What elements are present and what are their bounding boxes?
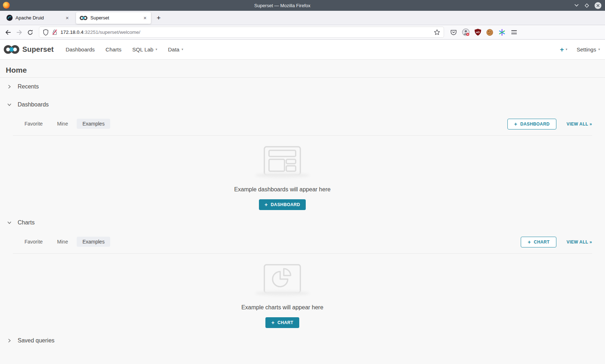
recents-section: Recents — [0, 78, 605, 96]
tab-examples[interactable]: Examples — [77, 119, 110, 129]
dashboards-controls: Favorite Mine Examples + DASHBOARD VIEW … — [13, 114, 592, 135]
url-bar[interactable]: 172.18.0.4:32251/superset/welcome/ — [39, 27, 444, 37]
window-title: Superset — Mozilla Firefox — [0, 3, 565, 8]
window-titlebar: Superset — Mozilla Firefox — [0, 0, 605, 11]
dashboards-section-header[interactable]: Dashboards — [0, 96, 605, 114]
create-dashboard-button[interactable]: + DASHBOARD — [507, 119, 557, 129]
dashboards-tabs: Favorite Mine Examples — [13, 119, 113, 129]
superset-infinity-icon — [4, 45, 19, 54]
tab-title: Apache Druid — [15, 15, 65, 21]
url-text: 172.18.0.4:32251/superset/welcome/ — [60, 29, 434, 35]
section-title: Recents — [18, 83, 39, 90]
nav-item-charts[interactable]: Charts — [100, 46, 127, 53]
ublock-origin-icon[interactable]: uO — [475, 29, 481, 36]
url-host: 172.18.0.4 — [60, 29, 84, 35]
pocket-icon[interactable] — [450, 29, 457, 36]
shield-icon[interactable] — [43, 29, 49, 36]
chevron-right-icon — [7, 85, 12, 89]
chevron-down-icon: ▾ — [182, 48, 183, 51]
browser-tab-superset[interactable]: Superset × — [76, 12, 151, 24]
forward-icon[interactable] — [16, 29, 22, 35]
plus-icon: + — [560, 46, 564, 53]
nav-item-label: Data — [168, 46, 179, 53]
charts-view-all-link[interactable]: VIEW ALL » — [566, 240, 592, 245]
chart-placeholder-icon — [264, 264, 301, 294]
brand-name: Superset — [22, 45, 54, 54]
plus-icon: + — [514, 121, 517, 127]
chevron-down-icon: ▾ — [156, 48, 157, 51]
tab-close-icon[interactable]: × — [143, 15, 147, 21]
section-title: Dashboards — [18, 101, 49, 108]
reload-icon[interactable] — [27, 29, 33, 35]
recents-section-header[interactable]: Recents — [0, 78, 605, 96]
svg-text:uO: uO — [476, 31, 480, 34]
saved-queries-section: Saved queries — [0, 332, 605, 350]
page-title: Home — [0, 60, 605, 77]
close-icon[interactable] — [595, 2, 601, 9]
chevron-down-icon — [7, 220, 12, 225]
nav-item-label: Dashboards — [66, 46, 95, 53]
charts-section: Charts Favorite Mine Examples + CHART VI… — [0, 214, 605, 332]
settings-label: Settings — [577, 46, 596, 53]
window-controls — [565, 2, 605, 9]
create-chart-button[interactable]: + CHART — [521, 237, 556, 247]
back-icon[interactable] — [5, 29, 11, 35]
new-item-button[interactable]: + ▾ — [560, 46, 568, 53]
bookmark-star-icon[interactable] — [434, 29, 440, 35]
cookie-icon[interactable] — [486, 29, 493, 36]
section-title: Saved queries — [18, 337, 54, 344]
tab-mine[interactable]: Mine — [51, 119, 74, 129]
firefox-icon — [3, 2, 10, 9]
plus-icon: + — [271, 320, 274, 325]
welcome-page: Home Recents Dashboards Favorite Mine Ex… — [0, 60, 605, 364]
plus-icon: + — [265, 202, 268, 207]
dashboard-placeholder-icon — [264, 146, 301, 176]
new-tab-button[interactable]: + — [154, 14, 163, 22]
plus-icon: + — [528, 239, 531, 245]
browser-toolbar: 172.18.0.4:32251/superset/welcome/ uO — [0, 25, 605, 40]
charts-empty-state: Example charts will appear here + CHART — [0, 254, 565, 332]
icon-shadow — [255, 173, 309, 178]
tab-favorite[interactable]: Favorite — [19, 237, 49, 247]
chevron-down-icon: ▾ — [598, 48, 600, 51]
create-chart-label: CHART — [534, 240, 550, 245]
insecure-lock-icon[interactable] — [52, 29, 58, 35]
charts-controls: Favorite Mine Examples + CHART VIEW ALL … — [13, 232, 592, 253]
superset-logo[interactable]: Superset — [4, 45, 54, 54]
extension-asterisk-icon[interactable] — [498, 29, 506, 36]
icon-shadow — [255, 291, 309, 296]
menu-icon[interactable] — [511, 29, 517, 35]
superset-tab-icon — [80, 15, 88, 21]
nav-item-data[interactable]: Data▾ — [162, 46, 188, 53]
settings-menu[interactable]: Settings ▾ — [577, 46, 600, 53]
dashboards-empty-state: Example dashboards will appear here + DA… — [0, 136, 565, 214]
charts-section-header[interactable]: Charts — [0, 214, 605, 232]
browser-tab-apache-druid[interactable]: Apache Druid × — [3, 12, 73, 24]
dashboards-section: Dashboards Favorite Mine Examples + DASH… — [0, 96, 605, 214]
section-title: Charts — [18, 219, 35, 226]
account-container-icon[interactable] — [462, 28, 470, 36]
dashboards-view-all-link[interactable]: VIEW ALL » — [566, 122, 592, 127]
empty-state-text: Example charts will appear here — [241, 304, 323, 311]
tab-favorite[interactable]: Favorite — [19, 119, 49, 129]
browser-tabbar: Apache Druid × Superset × + — [0, 11, 605, 25]
nav-item-label: SQL Lab — [132, 46, 153, 53]
nav-menu: Dashboards Charts SQL Lab▾ Data▾ — [60, 46, 188, 53]
saved-queries-section-header[interactable]: Saved queries — [0, 332, 605, 350]
create-dashboard-button-primary[interactable]: + DASHBOARD — [259, 199, 306, 210]
tab-close-icon[interactable]: × — [65, 15, 70, 21]
create-chart-button-primary[interactable]: + CHART — [265, 317, 299, 328]
maximize-icon[interactable] — [584, 3, 590, 8]
create-dashboard-label: DASHBOARD — [520, 122, 550, 127]
tab-examples[interactable]: Examples — [77, 237, 110, 247]
chevron-right-icon — [7, 338, 12, 343]
minimize-icon[interactable] — [574, 4, 579, 7]
nav-item-sql-lab[interactable]: SQL Lab▾ — [127, 46, 162, 53]
tab-mine[interactable]: Mine — [51, 237, 74, 247]
create-chart-label: CHART — [278, 320, 293, 325]
tab-title: Superset — [90, 15, 143, 21]
superset-navbar: Superset Dashboards Charts SQL Lab▾ Data… — [0, 40, 605, 60]
url-path: :32251/superset/welcome/ — [84, 29, 140, 35]
nav-item-dashboards[interactable]: Dashboards — [60, 46, 100, 53]
create-dashboard-label: DASHBOARD — [271, 202, 300, 207]
